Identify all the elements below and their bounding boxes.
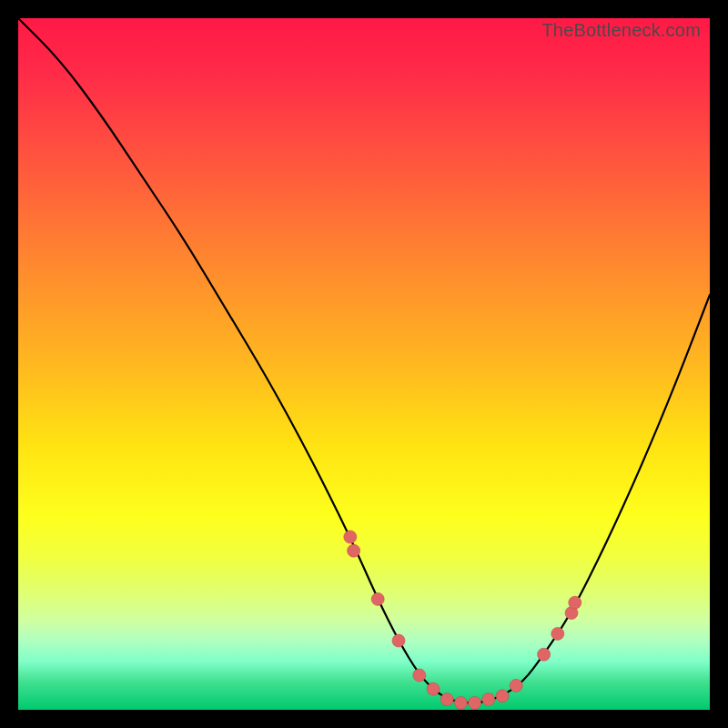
curve-marker (454, 696, 467, 709)
curve-marker (551, 627, 564, 640)
curve-marker (344, 531, 357, 543)
bottleneck-curve (18, 18, 710, 703)
curve-marker (371, 592, 384, 605)
watermark-text: TheBottleneck.com (541, 20, 701, 41)
chart-svg (18, 18, 710, 710)
curve-marker (469, 696, 481, 709)
curve-marker (496, 690, 509, 703)
marker-group (344, 531, 581, 709)
curve-marker (392, 634, 405, 647)
curve-marker (413, 669, 426, 682)
curve-marker (538, 648, 551, 661)
curve-marker (348, 544, 360, 557)
curve-marker (440, 693, 453, 706)
curve-marker (569, 596, 581, 609)
curve-marker (482, 693, 495, 706)
curve-marker (427, 682, 440, 695)
curve-marker (510, 679, 522, 692)
chart-frame: TheBottleneck.com (18, 18, 710, 710)
